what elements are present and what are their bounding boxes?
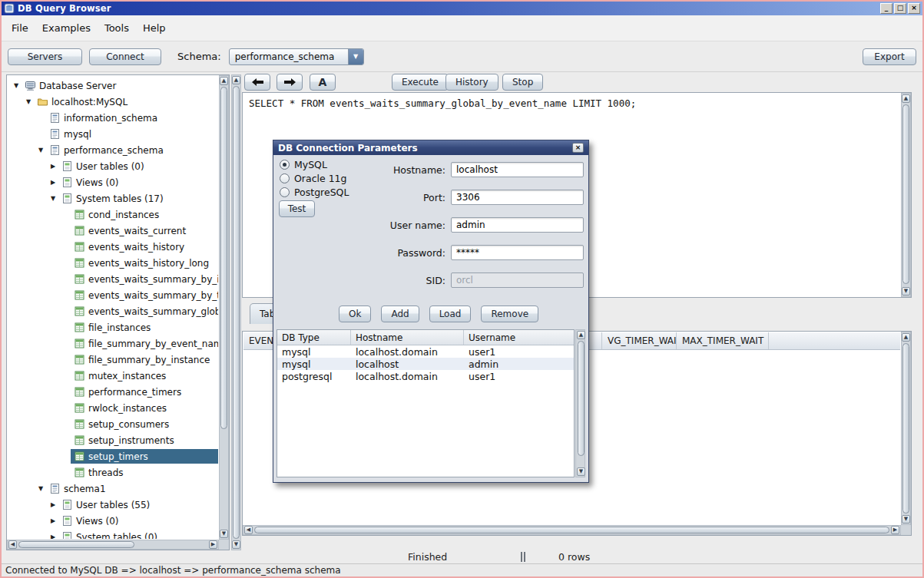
tree-item[interactable]: ▶ System tables (0) xyxy=(8,529,218,539)
tree-item[interactable]: mutex_instances xyxy=(8,368,218,384)
column-header[interactable]: Username xyxy=(464,330,574,345)
chevron-down-icon[interactable]: ▼ xyxy=(348,49,363,64)
tree-item[interactable]: setup_consumers xyxy=(8,416,218,432)
tree-item[interactable]: ▶ Views (0) xyxy=(8,513,218,529)
tree-item[interactable]: ▼ schema1 xyxy=(8,481,218,497)
tree-expander-icon[interactable]: ▶ xyxy=(48,533,58,539)
tree-item[interactable]: ▶ Views (0) xyxy=(8,174,218,190)
tree-item[interactable]: events_waits_current xyxy=(8,223,218,239)
tree-expander-icon[interactable]: ▼ xyxy=(35,485,46,492)
connection-row[interactable]: mysql localhost.domain user1 xyxy=(277,345,574,358)
schema-combobox[interactable]: performance_schema ▼ xyxy=(229,48,364,65)
tree-vertical-scrollbar[interactable]: ▲ ▼ xyxy=(219,75,229,540)
scroll-down-icon[interactable]: ▼ xyxy=(902,287,910,296)
scroll-right-icon[interactable]: ▶ xyxy=(209,540,217,549)
titlebar[interactable]: DB Query Browser _ □ × xyxy=(2,2,922,15)
tree-item[interactable]: file_instances xyxy=(8,319,218,335)
tree-item[interactable]: performance_timers xyxy=(8,384,218,400)
connections-table-scrollbar[interactable]: ▲ ▼ xyxy=(575,329,585,477)
tree-item[interactable]: cond_instances xyxy=(8,206,218,223)
field-input[interactable] xyxy=(451,245,584,260)
tree-horizontal-scrollbar[interactable]: ◀ ▶ xyxy=(7,540,219,550)
connection-row[interactable]: postgresql localhost.domain user1 xyxy=(277,370,574,382)
tree-item[interactable]: ▼ Database Server xyxy=(8,78,218,94)
connection-row[interactable]: mysql localhost admin xyxy=(277,358,574,370)
tree-item[interactable]: mysql xyxy=(8,126,218,142)
history-forward-button[interactable] xyxy=(277,74,303,91)
db-type-radio[interactable]: PostgreSQL xyxy=(280,187,349,197)
tree-item[interactable]: events_waits_history xyxy=(8,239,218,255)
tree-item[interactable]: ▶ User tables (55) xyxy=(8,497,218,513)
result-column-header[interactable] xyxy=(769,332,900,349)
scroll-right-icon[interactable]: ▶ xyxy=(891,526,899,534)
menu-item[interactable]: Tools xyxy=(98,19,136,37)
scroll-up-icon[interactable]: ▲ xyxy=(902,333,910,342)
scroll-up-icon[interactable]: ▲ xyxy=(232,76,240,84)
result-column-header[interactable]: VG_TIMER_WAIT xyxy=(602,332,677,349)
scroll-up-icon[interactable]: ▲ xyxy=(577,331,585,339)
tree-item[interactable]: file_summary_by_instance xyxy=(8,352,218,368)
tree-expander-icon[interactable]: ▶ xyxy=(48,163,58,170)
menu-item[interactable]: Help xyxy=(136,19,173,37)
tree-item[interactable]: file_summary_by_event_name xyxy=(8,335,218,352)
tree-expander-icon[interactable]: ▼ xyxy=(11,82,22,89)
tree-expander-icon[interactable]: ▶ xyxy=(48,501,58,508)
panel-vertical-scrollbar[interactable]: ▲ ▼ xyxy=(231,74,241,550)
scrollbar-thumb[interactable] xyxy=(902,104,909,284)
tree-item[interactable]: events_waits_history_long xyxy=(8,255,218,271)
results-horizontal-scrollbar[interactable]: ◀ ▶ xyxy=(243,525,901,535)
tree-item[interactable]: threads xyxy=(8,464,218,481)
tree-item[interactable]: ▼ System tables (17) xyxy=(8,190,218,206)
scrollbar-thumb[interactable] xyxy=(18,541,134,548)
scroll-up-icon[interactable]: ▲ xyxy=(902,94,910,103)
scroll-down-icon[interactable]: ▼ xyxy=(220,530,228,538)
scroll-left-icon[interactable]: ◀ xyxy=(244,526,253,534)
maximize-button[interactable]: □ xyxy=(894,3,906,14)
close-button[interactable]: × xyxy=(908,3,920,14)
tree-item[interactable]: ▶ User tables (0) xyxy=(8,158,218,174)
scrollbar-thumb[interactable] xyxy=(233,86,240,539)
remove-button[interactable]: Remove xyxy=(481,306,538,322)
minimize-button[interactable]: _ xyxy=(880,3,893,14)
dialog-close-button[interactable]: × xyxy=(572,143,584,153)
servers-button[interactable]: Servers xyxy=(8,48,82,65)
tree-expander-icon[interactable]: ▼ xyxy=(35,147,46,154)
tree-item[interactable]: information_schema xyxy=(8,110,218,126)
scroll-down-icon[interactable]: ▼ xyxy=(232,540,240,549)
test-button[interactable]: Test xyxy=(279,200,315,217)
tree-item[interactable]: events_waits_summary_by_ins xyxy=(8,271,218,287)
tree-item[interactable]: events_waits_summary_by_thr xyxy=(8,287,218,303)
tree-expander-icon[interactable]: ▼ xyxy=(48,195,58,202)
db-type-radio[interactable]: MySQL xyxy=(280,159,349,170)
field-input[interactable] xyxy=(451,217,584,233)
scroll-down-icon[interactable]: ▼ xyxy=(902,515,910,524)
editor-vertical-scrollbar[interactable]: ▲ ▼ xyxy=(901,93,911,297)
history-button[interactable]: History xyxy=(445,74,498,91)
history-back-button[interactable] xyxy=(244,74,270,91)
result-column-header[interactable]: MAX_TIMER_WAIT xyxy=(677,332,769,349)
db-type-radio[interactable]: Oracle 11g xyxy=(280,173,349,183)
execute-button[interactable]: Execute xyxy=(392,74,449,91)
scroll-down-icon[interactable]: ▼ xyxy=(577,467,585,476)
tree-item[interactable]: ▼ performance_schema xyxy=(8,142,218,158)
dialog-titlebar[interactable]: DB Connection Parameters × xyxy=(273,140,588,155)
scrollbar-thumb[interactable] xyxy=(578,341,585,456)
tree-item[interactable]: ▼ localhost:MySQL xyxy=(8,94,218,110)
field-input[interactable] xyxy=(451,272,584,288)
tree-expander-icon[interactable]: ▶ xyxy=(48,179,58,186)
tree-item[interactable]: rwlock_instances xyxy=(8,400,218,416)
font-button[interactable]: A xyxy=(310,74,336,91)
load-button[interactable]: Load xyxy=(429,306,472,322)
tree-item[interactable]: setup_timers xyxy=(8,448,218,464)
scroll-up-icon[interactable]: ▲ xyxy=(220,77,228,85)
tree-item[interactable]: setup_instruments xyxy=(8,432,218,448)
menu-item[interactable]: File xyxy=(5,19,35,37)
field-input[interactable] xyxy=(451,162,584,177)
tree-expander-icon[interactable]: ▼ xyxy=(23,98,34,105)
field-input[interactable] xyxy=(451,190,584,205)
results-vertical-scrollbar[interactable]: ▲ ▼ xyxy=(901,332,911,525)
scrollbar-thumb[interactable] xyxy=(254,527,889,533)
column-header[interactable]: DB Type xyxy=(277,330,351,345)
ok-button[interactable]: Ok xyxy=(339,306,371,322)
add-button[interactable]: Add xyxy=(381,306,419,322)
